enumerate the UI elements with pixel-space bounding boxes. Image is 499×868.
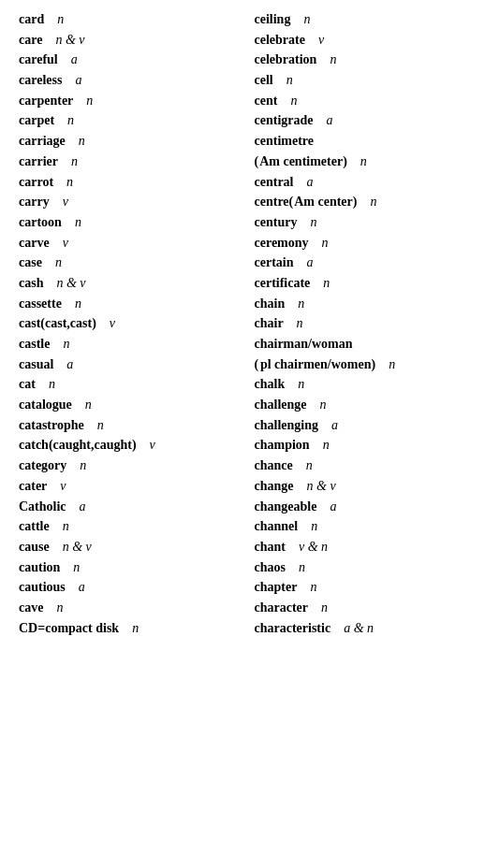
list-item: casual a bbox=[19, 354, 245, 375]
list-item: carrot n bbox=[19, 172, 245, 193]
part-of-speech: v bbox=[63, 236, 68, 250]
part-of-speech: n bbox=[55, 255, 62, 269]
word: cell bbox=[255, 73, 273, 87]
word: chair bbox=[255, 316, 284, 330]
list-item: centre( Am center) n bbox=[255, 192, 481, 212]
list-item: chant v & n bbox=[255, 537, 481, 557]
part-of-speech: n bbox=[330, 52, 336, 66]
part-of-speech: a bbox=[79, 580, 85, 594]
word: chaos bbox=[255, 560, 286, 574]
part-of-speech: n bbox=[298, 377, 304, 391]
list-item: central a bbox=[255, 172, 481, 193]
list-item: changeable a bbox=[255, 497, 481, 517]
word: carve bbox=[19, 236, 50, 250]
part-of-speech: n bbox=[311, 519, 317, 533]
list-item: chaos n bbox=[255, 557, 481, 578]
list-item: catastrophe n bbox=[19, 415, 245, 436]
part-of-speech: n bbox=[67, 113, 74, 127]
word: chain bbox=[255, 297, 286, 311]
part-of-speech: n bbox=[86, 94, 93, 108]
list-item: champion n bbox=[255, 435, 481, 456]
word: caution bbox=[19, 560, 60, 574]
word: challenging bbox=[255, 418, 318, 432]
list-item: change n & v bbox=[255, 476, 481, 497]
list-item: cattle n bbox=[19, 516, 245, 537]
word: catalogue bbox=[19, 398, 72, 412]
part-of-speech: n bbox=[310, 215, 316, 229]
list-item: castle n bbox=[19, 334, 245, 354]
word: cast(cast,cast) bbox=[19, 316, 96, 330]
word: cassette bbox=[19, 297, 62, 311]
part-of-speech: v & n bbox=[299, 540, 328, 554]
part-of-speech: n bbox=[297, 316, 303, 330]
part-of-speech: a & n bbox=[344, 621, 374, 635]
word: celebrate bbox=[255, 33, 305, 47]
list-item: ceiling n bbox=[255, 9, 481, 30]
word: certificate bbox=[255, 276, 311, 290]
part-of-speech: v bbox=[150, 438, 155, 452]
list-item: celebration n bbox=[255, 50, 481, 70]
part-of-speech: n bbox=[321, 600, 328, 615]
part-of-speech: n bbox=[310, 580, 316, 594]
word: card bbox=[19, 12, 44, 26]
part-of-speech: n bbox=[71, 154, 78, 168]
word: certain bbox=[255, 255, 294, 269]
list-item: carriage n bbox=[19, 131, 245, 152]
part-of-speech: a bbox=[80, 499, 86, 514]
list-item: chalk n bbox=[255, 374, 481, 395]
word: cave bbox=[19, 600, 43, 615]
left-column: card ncare n & vcareful acareless acarpe… bbox=[14, 9, 250, 638]
word: chapter bbox=[255, 580, 298, 594]
list-item: chapter n bbox=[255, 577, 481, 598]
list-item: cell n bbox=[255, 70, 481, 91]
list-item: chance n bbox=[255, 456, 481, 476]
word: cautious bbox=[19, 580, 66, 594]
list-item: card n bbox=[19, 9, 245, 30]
list-item: CD=compact disk n bbox=[19, 618, 245, 639]
part-of-speech: n bbox=[299, 560, 305, 574]
list-item: carpet n bbox=[19, 110, 245, 131]
word: ceiling bbox=[255, 12, 291, 26]
list-item: century n bbox=[255, 212, 481, 233]
word: carpenter bbox=[19, 94, 73, 108]
word: castle bbox=[19, 337, 50, 351]
list-item: cassette n bbox=[19, 294, 245, 314]
part-of-speech: n bbox=[56, 600, 63, 615]
word: ( Am centimeter) bbox=[255, 154, 347, 168]
part-of-speech: n bbox=[322, 236, 329, 250]
part-of-speech: a bbox=[306, 255, 313, 269]
word: carpet bbox=[19, 113, 54, 127]
part-of-speech: n bbox=[320, 398, 327, 412]
word: case bbox=[19, 255, 42, 269]
list-item: centimetre bbox=[255, 131, 481, 152]
list-item: chairman/woman bbox=[255, 334, 481, 354]
part-of-speech: n bbox=[85, 398, 92, 412]
part-of-speech: v bbox=[60, 479, 66, 493]
word: ceremony bbox=[255, 236, 309, 250]
word: casual bbox=[19, 357, 53, 371]
word: catch(caught,caught) bbox=[19, 438, 137, 452]
list-item: chair n bbox=[255, 313, 481, 334]
part-of-speech: n bbox=[80, 458, 86, 472]
word: ( pl chairmen/women) bbox=[255, 357, 376, 371]
word: catastrophe bbox=[19, 418, 84, 432]
part-of-speech: a bbox=[66, 357, 73, 371]
list-item: cash n & v bbox=[19, 273, 245, 294]
word: chalk bbox=[255, 377, 286, 391]
list-item: channel n bbox=[255, 516, 481, 537]
part-of-speech: n bbox=[73, 560, 80, 574]
list-item: carve v bbox=[19, 233, 245, 253]
list-item: caution n bbox=[19, 557, 245, 578]
list-item: cave n bbox=[19, 598, 245, 618]
list-item: cautious a bbox=[19, 577, 245, 598]
word: CD=compact disk bbox=[19, 621, 119, 635]
part-of-speech: n bbox=[97, 418, 104, 432]
word: champion bbox=[255, 438, 310, 452]
part-of-speech: n & v bbox=[55, 33, 84, 47]
part-of-speech: n bbox=[290, 94, 297, 108]
word: centimetre bbox=[255, 134, 314, 148]
part-of-speech: a bbox=[75, 73, 81, 87]
word: carriage bbox=[19, 134, 66, 148]
word: character bbox=[255, 600, 309, 615]
dictionary-columns: card ncare n & vcareful acareless acarpe… bbox=[14, 9, 485, 638]
